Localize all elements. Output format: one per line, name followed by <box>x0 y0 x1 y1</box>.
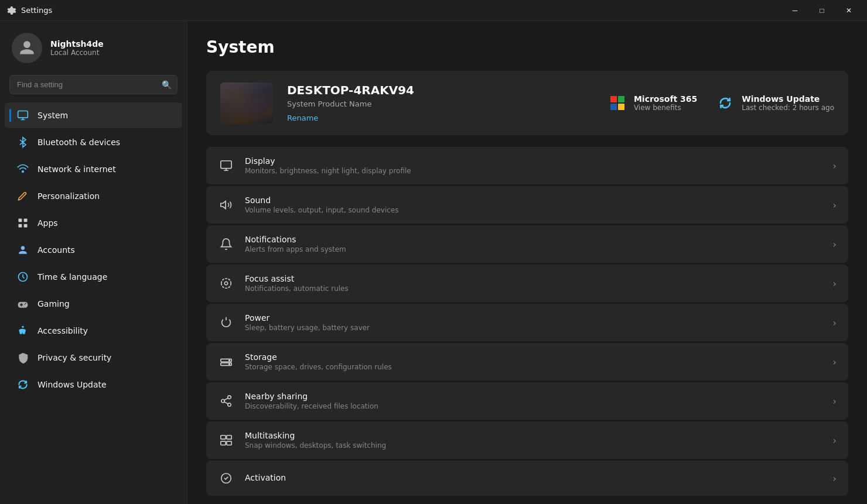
display-chevron: › <box>833 160 837 172</box>
multitasking-chevron: › <box>833 435 837 446</box>
svg-line-19 <box>224 398 228 400</box>
sidebar: Nightsh4de Local Account 🔍 System <box>0 21 187 504</box>
search-input[interactable] <box>9 75 178 94</box>
close-button[interactable]: ✕ <box>835 1 862 20</box>
nearby-text: Nearby sharing Discoverability, received… <box>245 392 822 410</box>
ms365-cell-yellow <box>618 104 624 110</box>
display-text: Display Monitors, brightness, night ligh… <box>245 156 822 175</box>
bell-icon <box>218 236 234 252</box>
sidebar-item-network[interactable]: Network & internet <box>5 156 182 182</box>
svg-rect-23 <box>227 441 231 445</box>
settings-item-focus[interactable]: Focus assist Notifications, automatic ru… <box>206 265 848 302</box>
svg-line-18 <box>224 402 228 404</box>
svg-point-13 <box>229 360 230 361</box>
svg-rect-3 <box>24 219 28 222</box>
nav-items: System Bluetooth & devices <box>0 101 187 504</box>
notifications-text: Notifications Alerts from apps and syste… <box>245 235 822 253</box>
multitasking-text: Multitasking Snap windows, desktops, tas… <box>245 431 822 450</box>
svg-rect-4 <box>19 224 22 228</box>
titlebar-controls: ─ □ ✕ <box>781 1 862 20</box>
settings-item-notifications[interactable]: Notifications Alerts from apps and syste… <box>206 225 848 263</box>
svg-point-17 <box>228 403 231 407</box>
network-label: Network & internet <box>37 164 116 174</box>
system-label: System <box>37 111 68 120</box>
update-circle-icon <box>718 96 732 110</box>
sound-chevron: › <box>833 200 837 211</box>
focus-text: Focus assist Notifications, automatic ru… <box>245 274 822 293</box>
settings-item-activation[interactable]: Activation › <box>206 461 848 496</box>
settings-app-icon <box>7 6 16 15</box>
svg-rect-0 <box>18 111 28 118</box>
nearby-title: Nearby sharing <box>245 392 822 401</box>
ms365-cell-green <box>618 96 624 102</box>
activation-icon <box>218 470 234 486</box>
sidebar-item-apps[interactable]: Apps <box>5 210 182 236</box>
settings-item-storage[interactable]: Storage Storage space, drives, configura… <box>206 343 848 380</box>
activation-title: Activation <box>245 473 822 482</box>
sound-title: Sound <box>245 196 822 205</box>
ms365-icon <box>608 94 627 112</box>
page-title: System <box>206 37 848 57</box>
computer-image <box>220 83 273 124</box>
sidebar-item-accounts[interactable]: Accounts <box>5 237 182 263</box>
settings-item-sound[interactable]: Sound Volume levels, output, input, soun… <box>206 186 848 224</box>
network-icon <box>16 163 29 176</box>
ms365-item[interactable]: Microsoft 365 View benefits <box>608 94 697 112</box>
accounts-icon <box>16 244 29 256</box>
sidebar-item-update[interactable]: Windows Update <box>5 372 182 397</box>
storage-text: Storage Storage space, drives, configura… <box>245 352 822 371</box>
accessibility-label: Accessibility <box>37 326 88 335</box>
titlebar: Settings ─ □ ✕ <box>0 0 867 21</box>
minimize-button[interactable]: ─ <box>781 1 808 20</box>
notifications-title: Notifications <box>245 235 822 244</box>
sharing-icon <box>218 393 234 409</box>
sidebar-item-system[interactable]: System <box>5 102 182 128</box>
multitasking-icon <box>218 432 234 448</box>
power-chevron: › <box>833 317 837 328</box>
app-container: Nightsh4de Local Account 🔍 System <box>0 21 867 504</box>
windows-update-item[interactable]: Windows Update Last checked: 2 hours ago <box>716 94 834 112</box>
display-title: Display <box>245 156 822 166</box>
rename-link[interactable]: Rename <box>287 114 318 122</box>
maximize-button[interactable]: □ <box>808 1 835 20</box>
main-content: System DESKTOP-4RAKV94 System Product Na… <box>187 21 867 504</box>
ms365-cell-blue <box>610 104 617 110</box>
settings-item-display[interactable]: Display Monitors, brightness, night ligh… <box>206 147 848 184</box>
focus-desc: Notifications, automatic rules <box>245 284 822 293</box>
nearby-chevron: › <box>833 396 837 407</box>
sound-text: Sound Volume levels, output, input, soun… <box>245 196 822 214</box>
storage-desc: Storage space, drives, configuration rul… <box>245 363 822 371</box>
settings-item-nearby[interactable]: Nearby sharing Discoverability, received… <box>206 382 848 420</box>
computer-details: DESKTOP-4RAKV94 System Product Name Rena… <box>287 83 594 123</box>
sound-desc: Volume levels, output, input, sound devi… <box>245 206 822 214</box>
computer-name: DESKTOP-4RAKV94 <box>287 83 594 97</box>
time-label: Time & language <box>37 272 107 282</box>
focus-title: Focus assist <box>245 274 822 283</box>
accounts-label: Accounts <box>37 245 75 255</box>
avatar <box>12 33 42 63</box>
search-box: 🔍 <box>9 75 178 94</box>
sidebar-item-gaming[interactable]: Gaming <box>5 291 182 317</box>
svg-point-1 <box>22 171 24 173</box>
settings-item-power[interactable]: Power Sleep, battery usage, battery save… <box>206 304 848 341</box>
privacy-label: Privacy & security <box>37 353 111 362</box>
titlebar-title: Settings <box>21 6 52 15</box>
sidebar-item-privacy[interactable]: Privacy & security <box>5 345 182 371</box>
focus-icon <box>218 275 234 292</box>
power-title: Power <box>245 313 822 323</box>
personalization-label: Personalization <box>37 191 100 201</box>
sidebar-item-accessibility[interactable]: Accessibility <box>5 318 182 344</box>
focus-chevron: › <box>833 278 837 289</box>
windows-update-icon <box>16 378 29 391</box>
gaming-icon <box>16 297 29 310</box>
settings-list: Display Monitors, brightness, night ligh… <box>206 147 848 496</box>
svg-rect-21 <box>227 436 231 439</box>
card-extras: Microsoft 365 View benefits <box>608 94 834 112</box>
user-profile[interactable]: Nightsh4de Local Account <box>0 21 187 73</box>
sidebar-item-bluetooth[interactable]: Bluetooth & devices <box>5 129 182 155</box>
sidebar-item-personalization[interactable]: Personalization <box>5 183 182 209</box>
sidebar-item-time[interactable]: Time & language <box>5 264 182 290</box>
settings-item-multitasking[interactable]: Multitasking Snap windows, desktops, tas… <box>206 421 848 459</box>
apps-icon <box>16 217 29 229</box>
user-info: Nightsh4de Local Account <box>50 39 104 57</box>
